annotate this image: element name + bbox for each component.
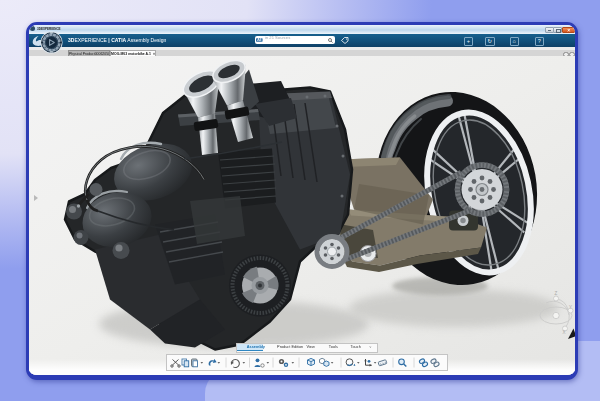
- svg-text:Y: Y: [569, 305, 572, 310]
- svg-text:Z: Z: [554, 291, 557, 296]
- svg-text:X: X: [562, 330, 565, 335]
